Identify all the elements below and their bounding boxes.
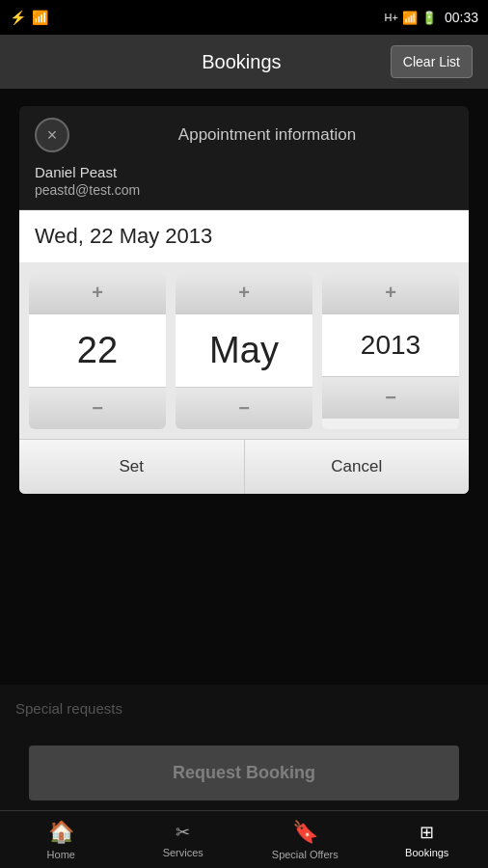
nav-item-home[interactable]: 🏠 Home	[0, 811, 122, 868]
user-name: Daniel Peast	[35, 164, 453, 180]
bottom-navigation: 🏠 Home ✂ Services 🔖 Special Offers ⊞ Boo…	[0, 810, 488, 868]
close-icon: ×	[47, 126, 58, 144]
home-icon: 🏠	[48, 820, 74, 845]
month-decrement-button[interactable]: −	[176, 388, 312, 429]
calendar-icon: ⊞	[420, 822, 434, 843]
status-icons-left: ⚡ 📶	[10, 10, 48, 25]
date-picker-section: Wed, 22 May 2013 + 22 − + May −	[19, 209, 469, 494]
app-bar: Bookings Clear List	[0, 35, 488, 89]
date-display: Wed, 22 May 2013	[19, 210, 469, 262]
wifi-icon: 📶	[32, 10, 48, 25]
nav-label-special-offers: Special Offers	[272, 849, 339, 860]
nav-label-bookings: Bookings	[405, 847, 448, 858]
plus-icon: +	[92, 282, 103, 304]
month-spinner: + May −	[176, 272, 312, 429]
set-button[interactable]: Set	[19, 440, 245, 494]
nav-item-services[interactable]: ✂ Services	[122, 811, 245, 868]
day-decrement-button[interactable]: −	[29, 388, 166, 429]
nav-label-home: Home	[47, 849, 75, 860]
status-icons-right: H+ 📶 🔋 00:33	[385, 10, 478, 25]
battery-icon: 🔋	[421, 11, 437, 25]
bookmark-icon: 🔖	[292, 820, 318, 845]
dialog-header: × Appointment information	[19, 106, 469, 160]
year-value: 2013	[322, 313, 459, 377]
user-info: Daniel Peast peastd@test.com	[19, 160, 469, 209]
nav-item-special-offers[interactable]: 🔖 Special Offers	[244, 811, 366, 868]
minus-icon: −	[92, 397, 103, 420]
app-bar-title: Bookings	[93, 51, 391, 73]
dialog-title: Appointment information	[81, 122, 453, 145]
hplus-icon: H+	[385, 12, 398, 23]
day-value: 22	[29, 313, 166, 388]
minus-icon: −	[385, 387, 396, 409]
status-bar: ⚡ 📶 H+ 📶 🔋 00:33	[0, 0, 488, 35]
nav-item-bookings[interactable]: ⊞ Bookings	[366, 811, 489, 868]
year-decrement-button[interactable]: −	[322, 377, 459, 419]
plus-icon: +	[385, 282, 396, 304]
signal-icon: 📶	[402, 11, 418, 25]
month-increment-button[interactable]: +	[176, 272, 312, 313]
dialog-actions: Set Cancel	[19, 439, 469, 494]
year-spinner: + 2013 −	[322, 272, 459, 429]
month-value: May	[176, 313, 312, 388]
time-display: 00:33	[445, 10, 478, 25]
year-increment-button[interactable]: +	[322, 272, 459, 313]
plus-icon: +	[238, 282, 250, 304]
day-increment-button[interactable]: +	[29, 272, 166, 313]
close-dialog-button[interactable]: ×	[35, 118, 69, 152]
usb-icon: ⚡	[10, 10, 26, 25]
spinners-row: + 22 − + May − +	[19, 262, 469, 439]
minus-icon: −	[238, 397, 250, 420]
day-spinner: + 22 −	[29, 272, 166, 429]
clear-list-button[interactable]: Clear List	[391, 45, 473, 78]
cancel-button[interactable]: Cancel	[245, 440, 470, 494]
nav-label-services: Services	[163, 847, 203, 858]
appointment-dialog: × Appointment information Daniel Peast p…	[19, 106, 469, 494]
scissors-icon: ✂	[176, 822, 190, 843]
user-email: peastd@test.com	[35, 182, 453, 198]
